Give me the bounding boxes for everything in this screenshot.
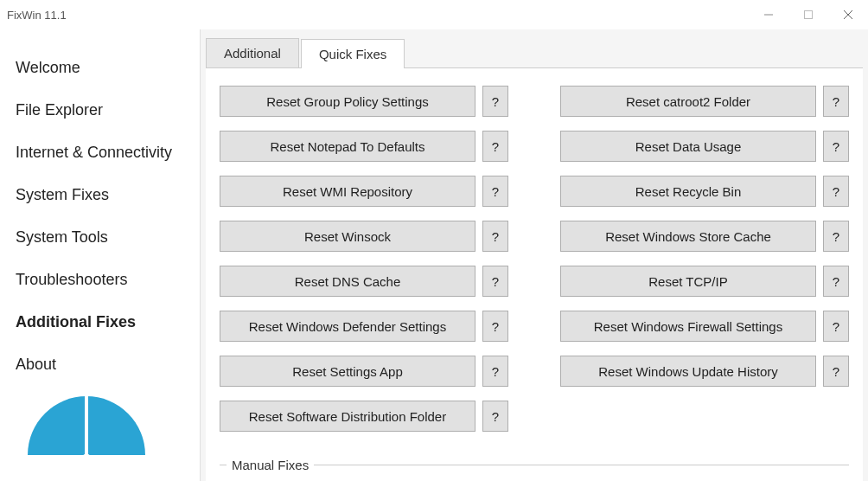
- fix-button[interactable]: Reset Group Policy Settings: [220, 86, 475, 117]
- app-logo: [0, 386, 200, 481]
- fix-button[interactable]: Reset Winsock: [220, 221, 475, 252]
- window-controls: [749, 0, 868, 29]
- fix-button[interactable]: Reset Windows Defender Settings: [220, 311, 475, 342]
- help-button[interactable]: ?: [823, 176, 849, 207]
- fix-row: Reset Windows Update History?: [560, 356, 849, 387]
- manual-fixes-section: Manual Fixes: [220, 458, 849, 472]
- sidebar: WelcomeFile ExplorerInternet & Connectiv…: [0, 29, 201, 481]
- fix-row: Reset Windows Firewall Settings?: [560, 311, 849, 342]
- fix-row: Reset Group Policy Settings?: [220, 86, 508, 117]
- sidebar-item-file-explorer[interactable]: File Explorer: [0, 89, 200, 131]
- fix-row: Reset TCP/IP?: [560, 266, 849, 297]
- fix-row: Reset Recycle Bin?: [560, 176, 849, 207]
- fix-row: Reset Winsock?: [220, 221, 508, 252]
- fix-row: Reset catroot2 Folder?: [560, 86, 849, 117]
- fix-button[interactable]: Reset Data Usage: [560, 131, 816, 162]
- fix-row: Reset Software Distribution Folder?: [220, 401, 508, 432]
- fix-button[interactable]: Reset Windows Store Cache: [560, 221, 816, 252]
- svg-rect-1: [805, 11, 813, 19]
- help-button[interactable]: ?: [482, 356, 508, 387]
- help-button[interactable]: ?: [482, 266, 508, 297]
- maximize-button[interactable]: [788, 0, 828, 29]
- minimize-button[interactable]: [749, 0, 788, 29]
- close-button[interactable]: [828, 0, 868, 29]
- fix-button[interactable]: Reset TCP/IP: [560, 266, 816, 297]
- help-button[interactable]: ?: [823, 311, 849, 342]
- help-button[interactable]: ?: [482, 311, 508, 342]
- fix-row: Reset Data Usage?: [560, 131, 849, 162]
- window-title: FixWin 11.1: [7, 9, 67, 22]
- help-button[interactable]: ?: [482, 221, 508, 252]
- manual-fixes-header: Manual Fixes: [227, 458, 314, 472]
- help-button[interactable]: ?: [823, 221, 849, 252]
- tab-additional[interactable]: Additional: [206, 38, 299, 67]
- fix-button[interactable]: Reset Windows Firewall Settings: [560, 311, 816, 342]
- help-button[interactable]: ?: [823, 356, 849, 387]
- fix-button[interactable]: Reset Notepad To Defaults: [220, 131, 475, 162]
- sidebar-item-internet[interactable]: Internet & Connectivity: [0, 131, 200, 174]
- svg-line-7: [35, 455, 86, 481]
- fix-button[interactable]: Reset catroot2 Folder: [560, 86, 816, 117]
- help-button[interactable]: ?: [482, 401, 508, 432]
- fix-button[interactable]: Reset Software Distribution Folder: [220, 401, 475, 432]
- sidebar-item-system-fixes[interactable]: System Fixes: [0, 174, 200, 216]
- svg-line-8: [86, 455, 138, 481]
- fix-row: Reset WMI Repository?: [220, 176, 508, 207]
- fix-row: Reset DNS Cache?: [220, 266, 508, 297]
- fix-row: Reset Notepad To Defaults?: [220, 131, 508, 162]
- help-button[interactable]: ?: [823, 131, 849, 162]
- sidebar-item-system-tools[interactable]: System Tools: [0, 216, 200, 259]
- fix-row: Reset Settings App?: [220, 356, 508, 387]
- help-button[interactable]: ?: [482, 176, 508, 207]
- fix-row: Reset Windows Defender Settings?: [220, 311, 508, 342]
- content-area: AdditionalQuick Fixes Reset Group Policy…: [201, 29, 868, 481]
- fix-row: Reset Windows Store Cache?: [560, 221, 849, 252]
- fix-button[interactable]: Reset DNS Cache: [220, 266, 475, 297]
- sidebar-item-welcome[interactable]: Welcome: [0, 47, 200, 89]
- tabs: AdditionalQuick Fixes: [201, 29, 868, 67]
- help-button[interactable]: ?: [823, 86, 849, 117]
- sidebar-item-about[interactable]: About: [0, 343, 200, 386]
- tab-quick-fixes[interactable]: Quick Fixes: [301, 39, 405, 68]
- help-button[interactable]: ?: [823, 266, 849, 297]
- tab-panel-quick-fixes: Reset Group Policy Settings?Reset catroo…: [206, 67, 863, 481]
- titlebar: FixWin 11.1: [0, 0, 868, 29]
- sidebar-item-troubleshooters[interactable]: Troubleshooters: [0, 259, 200, 301]
- fix-button[interactable]: Reset WMI Repository: [220, 176, 475, 207]
- sidebar-item-additional-fixes[interactable]: Additional Fixes: [0, 301, 200, 343]
- fix-button[interactable]: Reset Settings App: [220, 356, 475, 387]
- fix-button[interactable]: Reset Recycle Bin: [560, 176, 816, 207]
- help-button[interactable]: ?: [482, 131, 508, 162]
- help-button[interactable]: ?: [482, 86, 508, 117]
- empty-cell: [560, 401, 849, 432]
- fix-button[interactable]: Reset Windows Update History: [560, 356, 816, 387]
